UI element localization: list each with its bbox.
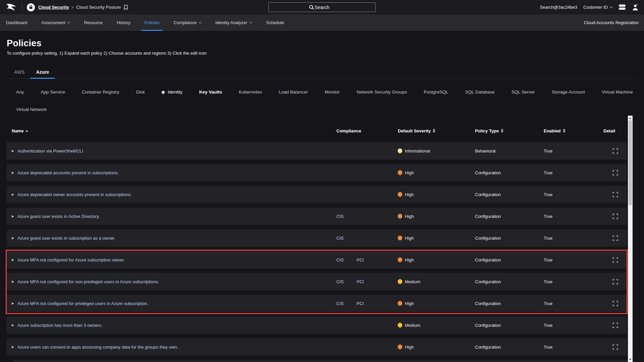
expand-caret-icon[interactable]: ▶ xyxy=(12,193,14,196)
detail-expand-icon[interactable] xyxy=(612,344,618,350)
detail-expand-icon[interactable] xyxy=(612,279,618,285)
customer-id-label: Customer ID xyxy=(583,5,608,10)
cloud-accounts-registration-link[interactable]: Cloud Accounts Registration xyxy=(584,14,639,31)
nav-schedule[interactable]: Schedule xyxy=(265,14,285,31)
search-input[interactable] xyxy=(269,3,375,12)
tab-azure[interactable]: Azure xyxy=(30,69,55,78)
expand-caret-icon[interactable]: ▶ xyxy=(12,171,14,174)
filter-chip[interactable]: PostgreSQL xyxy=(424,88,448,96)
table-row[interactable]: ▶ Azure guest user exists in subscriptio… xyxy=(7,229,627,247)
filter-chip-label: App Service xyxy=(41,88,65,96)
breadcrumb-root-link[interactable]: Cloud Security xyxy=(38,5,69,10)
detail-expand-icon[interactable] xyxy=(612,148,618,154)
expand-caret-icon[interactable]: ▶ xyxy=(12,258,14,261)
messages-icon[interactable] xyxy=(619,4,626,10)
compliance-tag[interactable]: CIS xyxy=(336,236,357,241)
policy-name-link[interactable]: Azure MFA not configured for non-privile… xyxy=(17,279,159,284)
filter-chip-label: SQL Database xyxy=(465,88,495,96)
compliance-tag[interactable]: CIS xyxy=(336,301,357,306)
compliance-tag[interactable]: CIS xyxy=(336,257,357,262)
filter-chip[interactable]: Virtual Network xyxy=(16,106,47,113)
expand-caret-icon[interactable]: ▶ xyxy=(12,149,14,153)
table-row[interactable]: ▶ Azure MFA not configured for privilege… xyxy=(7,295,627,312)
table-row[interactable]: ▶ Azure users can consent to apps access… xyxy=(7,338,627,356)
policy-name-link[interactable]: Azure deprecated accounts present in sub… xyxy=(17,170,119,175)
bookmark-icon[interactable] xyxy=(124,5,128,10)
column-header-name[interactable]: Name xyxy=(7,128,336,133)
column-header-enabled[interactable]: Enabled xyxy=(544,128,600,133)
nav-history[interactable]: History xyxy=(116,14,131,31)
filter-chip[interactable]: Storage Account xyxy=(552,88,585,96)
filter-chip[interactable]: Kubernetes xyxy=(239,88,262,96)
table-row[interactable]: ▶ Authentication via PowerShell/CLI Info… xyxy=(7,142,627,160)
filter-chip[interactable]: SQL Server xyxy=(512,88,535,96)
table-row[interactable]: ▶ Azure guest user exists in Active Dire… xyxy=(7,207,627,225)
expand-caret-icon[interactable]: ▶ xyxy=(12,236,14,240)
table-row[interactable]: ▶ Azure MFA not configured for non-privi… xyxy=(7,273,627,290)
filter-chip[interactable]: SQL Database xyxy=(465,88,495,96)
policy-name-link[interactable]: Azure MFA not configured for Azure subsc… xyxy=(17,257,125,262)
compliance-tag[interactable]: CIS xyxy=(336,279,357,284)
detail-expand-icon[interactable] xyxy=(612,257,618,263)
detail-expand-icon[interactable] xyxy=(612,322,618,328)
nav-compliance[interactable]: Compliance xyxy=(173,14,202,31)
scroll-up-icon[interactable] xyxy=(629,117,632,119)
table-row[interactable]: ▶ Azure deprecated owner accounts presen… xyxy=(7,186,627,203)
filter-chip[interactable]: Virtual Machine xyxy=(602,88,633,96)
severity-hexagon-icon xyxy=(398,235,402,241)
nav-identity-analyzer[interactable]: Identity Analyzer xyxy=(215,14,253,31)
expand-caret-icon[interactable]: ▶ xyxy=(12,345,14,349)
expand-caret-icon[interactable]: ▶ xyxy=(12,215,14,218)
user-profile-icon[interactable] xyxy=(632,4,639,11)
filter-chip[interactable]: Disk xyxy=(136,88,145,96)
filter-chip-label: Key Vaults xyxy=(199,88,222,96)
vertical-scrollbar[interactable] xyxy=(628,116,633,362)
nav-policies[interactable]: Policies xyxy=(144,14,160,31)
policy-name-link[interactable]: Azure users can consent to apps accessin… xyxy=(17,345,178,350)
policy-name-link[interactable]: Azure subscription has more than 3 owner… xyxy=(17,323,103,328)
compliance-tag[interactable] xyxy=(357,236,377,241)
detail-expand-icon[interactable] xyxy=(612,170,618,176)
detail-expand-icon[interactable] xyxy=(612,301,618,306)
compliance-tag[interactable] xyxy=(357,214,377,219)
policy-name-link[interactable]: Azure MFA not configured for privileged … xyxy=(17,301,148,306)
global-search[interactable] xyxy=(268,2,376,12)
policy-name-link[interactable]: Authentication via PowerShell/CLI xyxy=(17,148,83,154)
policy-name-link[interactable]: Azure deprecated owner accounts present … xyxy=(17,192,132,197)
table-row[interactable]: ▶ Azure subscription has more than 3 own… xyxy=(7,316,627,334)
column-header-compliance[interactable]: Compliance xyxy=(336,128,398,133)
compliance-tag[interactable]: CIS xyxy=(336,214,357,219)
expand-caret-icon[interactable]: ▶ xyxy=(12,302,14,305)
filter-chip[interactable]: Network Security Groups xyxy=(357,88,407,96)
detail-expand-icon[interactable] xyxy=(612,214,618,219)
policy-name-link[interactable]: Azure guest user exists in subscription … xyxy=(17,236,115,241)
tab-aws[interactable]: AWS xyxy=(8,69,30,78)
filter-chip[interactable]: Identity xyxy=(162,88,182,96)
scroll-down-icon[interactable] xyxy=(629,359,632,360)
nav-resource[interactable]: Resource xyxy=(83,14,103,31)
nav-label: History xyxy=(117,20,130,25)
column-header-policy-type[interactable]: Policy Type xyxy=(475,128,544,133)
table-row[interactable]: ▶ Azure MFA not configured for Azure sub… xyxy=(7,251,627,268)
table-row[interactable]: ▶ Azure deprecated accounts present in s… xyxy=(7,164,627,181)
expand-caret-icon[interactable]: ▶ xyxy=(12,280,14,283)
customer-id-menu[interactable]: Customer ID xyxy=(583,5,612,10)
scrollbar-thumb[interactable] xyxy=(629,120,632,205)
filter-chip[interactable]: Load Balancer xyxy=(279,88,308,96)
detail-expand-icon[interactable] xyxy=(612,235,618,241)
compliance-tag[interactable]: PCI xyxy=(357,279,377,284)
filter-chip[interactable]: Any xyxy=(16,88,24,96)
compliance-tag[interactable]: PCI xyxy=(357,257,377,262)
nav-dashboard[interactable]: Dashboard xyxy=(5,14,28,31)
filter-chip[interactable]: Container Registry xyxy=(82,88,119,96)
nav-assessment[interactable]: Assessment xyxy=(41,14,71,31)
expand-caret-icon[interactable]: ▶ xyxy=(12,323,14,327)
column-header-default-severity[interactable]: Default Severity xyxy=(398,128,475,133)
detail-expand-icon[interactable] xyxy=(612,192,618,197)
nav-label: Compliance xyxy=(173,20,197,25)
policy-name-link[interactable]: Azure guest user exists in Active Direct… xyxy=(17,214,100,219)
filter-chip[interactable]: App Service xyxy=(41,88,65,96)
filter-chip[interactable]: Monitor xyxy=(325,88,340,96)
filter-chip[interactable]: Key Vaults xyxy=(199,88,222,96)
compliance-tag[interactable]: PCI xyxy=(357,301,377,306)
